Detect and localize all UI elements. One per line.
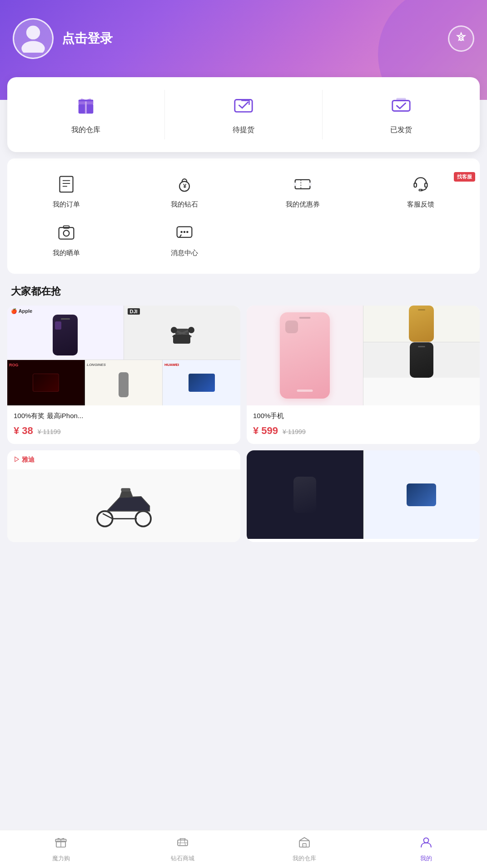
tech-img xyxy=(247,450,480,539)
black-phone-area xyxy=(363,342,480,378)
pickup-icon xyxy=(233,94,254,121)
menu-item-coupon-label: 我的优惠券 xyxy=(286,200,320,209)
nav-item-magicbuy[interactable]: 魔力购 xyxy=(0,830,122,868)
svg-point-29 xyxy=(180,231,183,233)
product-image-1: 🍎 Apple DJI xyxy=(7,306,240,405)
avatar[interactable] xyxy=(13,18,54,59)
products-bottom: ▷ 雅迪 xyxy=(7,450,480,542)
quick-actions-card: 我的仓库 待提货 已发货 xyxy=(7,77,480,152)
price-original-1: ¥ 11199 xyxy=(38,428,61,435)
price-current-1: ¥ 38 xyxy=(14,425,33,437)
products-grid: 🍎 Apple DJI xyxy=(7,306,480,444)
quick-action-warehouse-label: 我的仓库 xyxy=(71,125,100,135)
svg-point-32 xyxy=(97,511,112,526)
bottom-nav: 魔力购 钻石商城 ? 我的仓库 xyxy=(0,830,487,868)
product-card-1[interactable]: 🍎 Apple DJI xyxy=(7,306,240,444)
nav-magicbuy-label: 魔力购 xyxy=(52,854,70,863)
svg-point-26 xyxy=(64,230,70,236)
svg-point-33 xyxy=(135,511,151,526)
nav-mine-label: 我的 xyxy=(420,854,432,863)
svg-point-1 xyxy=(21,41,45,53)
pink-phone-area xyxy=(247,306,363,405)
nav-diamond-icon xyxy=(176,836,189,852)
price-row-2: ¥ 599 ¥ 11999 xyxy=(253,425,473,437)
section-title: 大家都在抢 xyxy=(0,274,487,306)
menu-item-photo[interactable]: 我的晒单 xyxy=(7,216,125,265)
svg-rect-18 xyxy=(295,180,310,189)
nav-item-warehouse[interactable]: ? 我的仓库 xyxy=(244,830,365,868)
quick-action-pickup[interactable]: 待提货 xyxy=(165,90,323,139)
menu-item-diamond-label: 我的钻石 xyxy=(171,200,198,209)
settings-button[interactable] xyxy=(448,25,474,52)
svg-point-20 xyxy=(308,182,312,186)
product-info-2: 100%手机 ¥ 599 ¥ 11999 xyxy=(247,405,480,444)
svg-point-0 xyxy=(26,26,40,39)
menu-section: 我的订单 ¥ 我的钻石 我的优惠券 xyxy=(7,158,480,274)
menu-item-service[interactable]: 找客服 客服反馈 xyxy=(362,168,480,216)
product-title-1: 100%有奖 最高iPhon... xyxy=(14,412,234,420)
price-row-1: ¥ 38 ¥ 11199 xyxy=(14,425,234,437)
svg-rect-12 xyxy=(60,177,73,192)
nav-warehouse-icon: ? xyxy=(298,836,311,852)
svg-text:¥: ¥ xyxy=(183,182,187,189)
svg-rect-34 xyxy=(121,488,130,492)
message-icon xyxy=(175,223,194,244)
svg-text:?: ? xyxy=(303,844,305,847)
svg-rect-7 xyxy=(79,100,94,102)
tech-card[interactable] xyxy=(247,450,480,542)
svg-point-19 xyxy=(293,182,297,186)
order-icon xyxy=(57,175,75,196)
service-badge: 找客服 xyxy=(454,172,475,182)
menu-item-service-label: 客服反馈 xyxy=(407,200,434,209)
quick-action-shipped-label: 已发货 xyxy=(390,125,412,135)
nav-warehouse-label: 我的仓库 xyxy=(293,854,316,863)
profile-area[interactable]: 点击登录 xyxy=(13,18,113,59)
yadea-header: ▷ 雅迪 xyxy=(7,450,240,469)
nav-gift-icon xyxy=(55,836,67,852)
menu-item-diamond[interactable]: ¥ 我的钻石 xyxy=(125,168,244,216)
svg-point-31 xyxy=(186,231,189,233)
menu-item-coupon[interactable]: 我的优惠券 xyxy=(244,168,362,216)
shipped-icon xyxy=(390,94,412,121)
yadea-img xyxy=(7,469,240,542)
product-info-1: 100%有奖 最高iPhon... ¥ 38 ¥ 11199 xyxy=(7,405,240,444)
gold-phone-area xyxy=(363,306,480,342)
price-current-2: ¥ 599 xyxy=(253,425,278,437)
nav-item-diamond[interactable]: 钻石商城 xyxy=(122,830,244,868)
yadea-card[interactable]: ▷ 雅迪 xyxy=(7,450,240,542)
service-icon xyxy=(412,175,430,196)
quick-action-pickup-label: 待提货 xyxy=(233,125,254,135)
svg-point-48 xyxy=(424,838,429,843)
diamond-icon: ¥ xyxy=(175,175,194,196)
svg-rect-6 xyxy=(85,100,87,113)
nav-profile-icon xyxy=(420,836,432,852)
photo-icon xyxy=(57,223,75,244)
avatar-icon xyxy=(17,21,49,56)
coupon-icon xyxy=(293,175,312,196)
svg-rect-11 xyxy=(396,98,406,102)
menu-item-photo-label: 我的晒单 xyxy=(53,249,80,257)
menu-item-message[interactable]: 消息中心 xyxy=(125,216,244,265)
warehouse-icon xyxy=(75,94,97,121)
quick-action-warehouse[interactable]: 我的仓库 xyxy=(7,90,165,139)
product-title-2: 100%手机 xyxy=(253,412,473,420)
login-text[interactable]: 点击登录 xyxy=(62,30,113,47)
product-card-2[interactable]: 100%手机 ¥ 599 ¥ 11999 xyxy=(247,306,480,444)
svg-point-30 xyxy=(184,231,186,233)
svg-rect-25 xyxy=(59,227,74,239)
product-image-2 xyxy=(247,306,480,405)
menu-grid: 我的订单 ¥ 我的钻石 我的优惠券 xyxy=(7,168,480,216)
menu-item-message-label: 消息中心 xyxy=(171,249,198,257)
price-original-2: ¥ 11999 xyxy=(283,428,306,435)
menu-item-order-label: 我的订单 xyxy=(53,200,80,209)
nav-diamond-label: 钻石商城 xyxy=(171,854,194,863)
menu-item-order[interactable]: 我的订单 xyxy=(7,168,125,216)
products-section: 🍎 Apple DJI xyxy=(0,306,487,587)
svg-rect-10 xyxy=(393,100,410,111)
quick-action-shipped[interactable]: 已发货 xyxy=(323,90,480,139)
menu-row2: 我的晒单 消息中心 xyxy=(7,216,480,265)
yadea-logo: ▷ 雅迪 xyxy=(14,456,35,464)
nav-item-mine[interactable]: 我的 xyxy=(365,830,487,868)
